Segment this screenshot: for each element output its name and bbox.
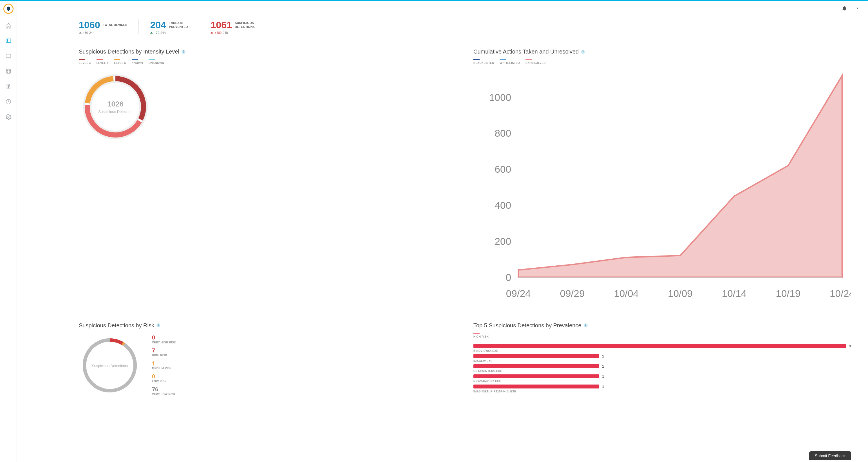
- info-icon[interactable]: ?: [581, 50, 585, 54]
- nav-logs[interactable]: [2, 80, 14, 93]
- svg-text:10/09: 10/09: [668, 288, 693, 299]
- brand-logo[interactable]: [3, 4, 13, 14]
- top5-bar-row[interactable]: 1NEWSAMPLE2.EXE: [473, 374, 851, 383]
- svg-text:09/29: 09/29: [560, 288, 585, 299]
- cumulative-chart[interactable]: 0200400600800100009/2409/2910/0410/0910/…: [473, 70, 851, 304]
- main-area: 1060 TOTAL DEVICES +30 24h 204 THREATSPR…: [17, 1, 868, 462]
- intensity-donut[interactable]: 1026 Suspicious Detection: [79, 70, 152, 143]
- card-cumulative: Cumulative Actions Taken and Unresolved?…: [473, 49, 851, 306]
- legend-item[interactable]: LEVEL 5: [114, 59, 126, 64]
- svg-text:400: 400: [495, 200, 512, 211]
- card-title: Suspicious Detections by Intensity Level…: [79, 49, 457, 55]
- svg-text:10/04: 10/04: [614, 288, 639, 299]
- stat-label: THREATSPREVENTED: [169, 21, 188, 28]
- top5-bar-row[interactable]: 3BINDVIEW64.EXE: [473, 344, 851, 352]
- legend-item[interactable]: KNOWN: [132, 59, 143, 64]
- card-intensity: Suspicious Detections by Intensity Level…: [79, 49, 457, 306]
- svg-rect-1: [6, 54, 11, 57]
- card-title: Cumulative Actions Taken and Unresolved?: [473, 49, 851, 55]
- risk-item[interactable]: 7HIGH RISK: [152, 347, 176, 357]
- nav-dashboard[interactable]: [2, 35, 14, 47]
- card-top5: Top 5 Suspicious Detections by Prevalenc…: [473, 322, 851, 399]
- stat-value: 204: [150, 20, 166, 30]
- card-risk: Suspicious Detections by Risk? Suspiciou…: [79, 322, 457, 399]
- svg-text:1000: 1000: [489, 92, 511, 103]
- nav-apps[interactable]: [2, 65, 14, 78]
- top5-legend: HIGH RISK: [473, 333, 489, 338]
- submit-feedback-button[interactable]: Submit Feedback: [809, 451, 851, 460]
- risk-item[interactable]: 1MEDIUM RISK: [152, 360, 176, 370]
- svg-point-8: [8, 116, 9, 118]
- risk-item[interactable]: 0LOW RISK: [152, 373, 176, 383]
- svg-text:800: 800: [495, 127, 512, 139]
- stat-label: TOTAL DEVICES: [103, 23, 127, 27]
- top5-bar-row[interactable]: 1IMESHSETUP-R1157-N-BI.EXE: [473, 384, 851, 393]
- svg-point-4: [9, 70, 9, 71]
- stat-label: SUSPICIOUSDETECTIONS: [235, 21, 255, 28]
- stat-value: 1060: [79, 20, 100, 30]
- svg-text:600: 600: [495, 164, 512, 175]
- stat-total-devices[interactable]: 1060 TOTAL DEVICES +30 24h: [79, 20, 139, 34]
- legend-item[interactable]: UNRESOLVED: [525, 59, 546, 64]
- topbar: [17, 1, 868, 17]
- svg-rect-2: [6, 69, 10, 74]
- top5-bars: 3BINDVIEW64.EXE1IMAGEW.EXE1GET-PRINTERS.…: [473, 344, 851, 393]
- sidebar: [0, 1, 17, 462]
- info-icon[interactable]: ?: [182, 50, 185, 54]
- legend-item[interactable]: LEVEL 3: [79, 59, 91, 64]
- charts-grid: Suspicious Detections by Intensity Level…: [79, 49, 851, 399]
- svg-rect-0: [6, 39, 11, 42]
- info-icon[interactable]: ?: [584, 323, 588, 327]
- card-title: Top 5 Suspicious Detections by Prevalenc…: [473, 322, 851, 329]
- legend-item[interactable]: BLACKLISTED: [473, 59, 494, 64]
- card-title: Suspicious Detections by Risk?: [79, 322, 457, 329]
- intensity-legend: LEVEL 3LEVEL 4LEVEL 5KNOWNUNKNOWN: [79, 59, 457, 64]
- legend-item[interactable]: WHITELISTED: [500, 59, 520, 64]
- intensity-label: Suspicious Detection: [98, 110, 132, 114]
- risk-item[interactable]: 0VERY HIGH RISK: [152, 335, 176, 344]
- top5-bar-row[interactable]: 1IMAGEW.EXE: [473, 354, 851, 363]
- legend-item[interactable]: UNKNOWN: [149, 59, 164, 64]
- nav-home[interactable]: [2, 20, 14, 32]
- bell-icon[interactable]: [841, 5, 847, 12]
- content: 1060 TOTAL DEVICES +30 24h 204 THREATSPR…: [17, 20, 868, 422]
- nav-settings[interactable]: [2, 111, 14, 123]
- svg-text:0: 0: [506, 272, 512, 283]
- svg-point-5: [7, 72, 8, 73]
- svg-point-6: [9, 72, 9, 73]
- app-root: 1060 TOTAL DEVICES +30 24h 204 THREATSPR…: [0, 0, 868, 462]
- svg-text:10/19: 10/19: [776, 288, 801, 299]
- cumulative-legend: BLACKLISTEDWHITELISTEDUNRESOLVED: [473, 59, 851, 64]
- risk-donut[interactable]: Suspicious Detections: [79, 335, 141, 396]
- svg-text:10/14: 10/14: [722, 288, 747, 299]
- stats-row: 1060 TOTAL DEVICES +30 24h 204 THREATSPR…: [79, 20, 851, 34]
- top5-bar-row[interactable]: 1GET-PRINTERS.EXE: [473, 364, 851, 373]
- risk-item[interactable]: 76VERY LOW RISK: [152, 386, 176, 396]
- legend-item[interactable]: LEVEL 4: [97, 59, 108, 64]
- stat-threats-prevented[interactable]: 204 THREATSPREVENTED +79 24h: [150, 20, 199, 34]
- svg-point-3: [7, 70, 8, 71]
- nav-devices[interactable]: [2, 50, 14, 62]
- risk-center-label: Suspicious Detections: [92, 364, 128, 368]
- info-icon[interactable]: ?: [156, 323, 160, 327]
- nav-alerts[interactable]: [2, 95, 14, 108]
- svg-text:09/24: 09/24: [506, 288, 531, 299]
- intensity-total: 1026: [107, 100, 124, 109]
- stat-value: 1061: [211, 20, 232, 30]
- svg-text:10/24: 10/24: [830, 288, 851, 299]
- risk-list: 0VERY HIGH RISK7HIGH RISK1MEDIUM RISK0LO…: [152, 335, 176, 399]
- stat-suspicious-detections[interactable]: 1061 SUSPICIOUSDETECTIONS +409 24h: [211, 20, 266, 34]
- user-dropdown[interactable]: [856, 6, 860, 11]
- svg-text:200: 200: [495, 236, 512, 247]
